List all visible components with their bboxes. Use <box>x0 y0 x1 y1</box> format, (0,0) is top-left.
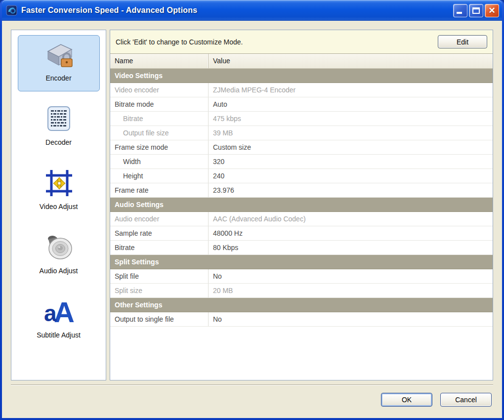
section-header: Other Settings <box>110 298 493 312</box>
minimize-button[interactable] <box>453 4 467 17</box>
ok-button[interactable]: OK <box>381 393 432 407</box>
sidebar-item-label: Subtitle Adjust <box>37 331 81 339</box>
decoder-icon <box>43 103 75 134</box>
setting-row: Audio encoderAAC (Advanced Audio Codec) <box>110 212 493 226</box>
setting-row: Bitrate80 Kbps <box>110 241 493 255</box>
section-header: Audio Settings <box>110 198 493 212</box>
setting-row: Width320 <box>110 155 493 169</box>
encoder-lock-icon <box>43 39 75 70</box>
info-bar: Click 'Edit' to change to Customize Mode… <box>110 30 493 54</box>
setting-row: Video encoderZJMedia MPEG-4 Encoder <box>110 83 493 97</box>
setting-value: 475 kbps <box>208 112 493 126</box>
setting-row: Split size20 MB <box>110 284 493 298</box>
setting-row: Frame size modeCustom size <box>110 140 493 155</box>
sidebar-item-label: Decoder <box>45 138 72 146</box>
svg-text:A: A <box>54 296 75 327</box>
title-bar[interactable]: Faster Conversion Speed - Advanced Optio… <box>2 0 502 21</box>
maximize-button[interactable] <box>469 4 483 17</box>
dialog-window: Faster Conversion Speed - Advanced Optio… <box>0 0 504 420</box>
setting-value: 39 MB <box>208 126 493 140</box>
setting-name: Sample rate <box>110 226 208 240</box>
setting-row: Output file size39 MB <box>110 126 493 140</box>
close-button[interactable]: ✕ <box>485 4 499 17</box>
column-header-value[interactable]: Value <box>208 54 493 68</box>
setting-name: Width <box>110 155 208 168</box>
sidebar-item-label: Video Adjust <box>40 203 78 210</box>
video-crop-icon <box>43 167 75 199</box>
setting-value: AAC (Advanced Audio Codec) <box>208 212 493 226</box>
edit-button[interactable]: Edit <box>438 35 487 48</box>
app-icon <box>6 4 18 16</box>
minimize-icon <box>457 12 462 14</box>
svg-text:a: a <box>44 300 57 326</box>
setting-value: Custom size <box>208 140 493 154</box>
info-message: Click 'Edit' to change to Customize Mode… <box>116 38 433 46</box>
settings-table-body: Video SettingsVideo encoderZJMedia MPEG-… <box>110 69 493 380</box>
setting-name: Split file <box>110 269 208 283</box>
setting-name: Video encoder <box>110 83 208 97</box>
setting-name: Frame rate <box>110 183 208 197</box>
footer-divider <box>11 384 493 385</box>
setting-row: Split fileNo <box>110 269 493 284</box>
sidebar: Encoder <box>11 30 106 380</box>
dialog-client-area: Encoder <box>2 21 502 418</box>
sidebar-item-label: Encoder <box>45 74 71 82</box>
setting-value: ZJMedia MPEG-4 Encoder <box>208 83 493 97</box>
sidebar-item-decoder[interactable]: Decoder <box>18 99 100 156</box>
setting-value: 320 <box>208 155 493 168</box>
setting-value: 80 Kbps <box>208 241 493 254</box>
setting-value: 240 <box>208 169 493 183</box>
window-controls: ✕ <box>453 4 499 17</box>
speaker-icon <box>43 231 75 263</box>
close-icon: ✕ <box>488 6 495 15</box>
maximize-icon <box>472 7 480 14</box>
setting-name: Height <box>110 169 208 183</box>
setting-row: Sample rate48000 Hz <box>110 226 493 241</box>
sidebar-item-encoder[interactable]: Encoder <box>18 35 100 91</box>
column-header-name[interactable]: Name <box>110 54 208 68</box>
setting-name: Output file size <box>110 126 208 140</box>
setting-row: Frame rate23.976 <box>110 183 493 198</box>
table-header: Name Value <box>110 54 493 69</box>
setting-name: Split size <box>110 284 208 297</box>
setting-name: Output to single file <box>110 312 208 326</box>
sidebar-item-subtitle-adjust[interactable]: A a Subtitle Adjust <box>18 292 100 348</box>
subtitle-aA-icon: A a <box>43 295 75 327</box>
section-header: Split Settings <box>110 255 493 269</box>
setting-value: 20 MB <box>208 284 493 297</box>
window-title: Faster Conversion Speed - Advanced Optio… <box>21 6 453 15</box>
sidebar-item-audio-adjust[interactable]: Audio Adjust <box>18 228 100 284</box>
setting-name: Bitrate mode <box>110 97 208 111</box>
setting-name: Bitrate <box>110 241 208 254</box>
setting-value: Auto <box>208 97 493 111</box>
setting-row: Output to single fileNo <box>110 312 493 327</box>
section-header: Video Settings <box>110 69 493 83</box>
settings-panel: Click 'Edit' to change to Customize Mode… <box>110 30 493 380</box>
setting-row: Bitrate475 kbps <box>110 112 493 126</box>
setting-value: No <box>208 312 493 326</box>
sidebar-item-video-adjust[interactable]: Video Adjust <box>18 164 100 220</box>
setting-value: 48000 Hz <box>208 226 493 240</box>
setting-value: No <box>208 269 493 283</box>
cancel-button[interactable]: Cancel <box>440 393 492 407</box>
sidebar-item-label: Audio Adjust <box>40 267 78 275</box>
footer: OK Cancel <box>381 393 492 407</box>
setting-value: 23.976 <box>208 183 493 197</box>
setting-name: Audio encoder <box>110 212 208 226</box>
setting-name: Frame size mode <box>110 140 208 154</box>
setting-row: Bitrate modeAuto <box>110 97 493 112</box>
setting-row: Height240 <box>110 169 493 183</box>
setting-name: Bitrate <box>110 112 208 126</box>
